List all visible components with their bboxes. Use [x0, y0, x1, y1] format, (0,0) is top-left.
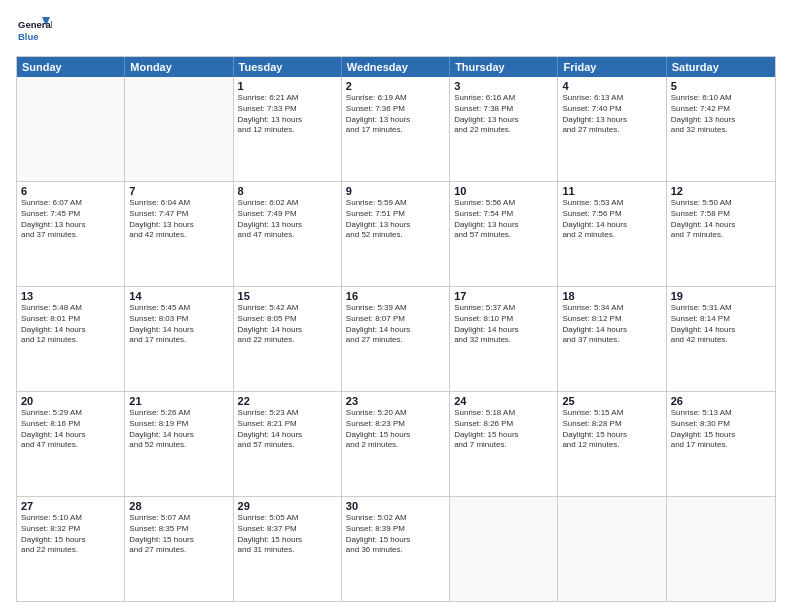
calendar-cell: [450, 497, 558, 601]
cell-info: Sunrise: 6:02 AM Sunset: 7:49 PM Dayligh…: [238, 198, 337, 241]
calendar-week-2: 13Sunrise: 5:48 AM Sunset: 8:01 PM Dayli…: [17, 287, 775, 392]
weekday-header-monday: Monday: [125, 57, 233, 77]
cell-info: Sunrise: 6:16 AM Sunset: 7:38 PM Dayligh…: [454, 93, 553, 136]
day-number: 5: [671, 80, 771, 92]
day-number: 26: [671, 395, 771, 407]
calendar-cell: 2Sunrise: 6:19 AM Sunset: 7:36 PM Daylig…: [342, 77, 450, 181]
calendar-cell: 29Sunrise: 5:05 AM Sunset: 8:37 PM Dayli…: [234, 497, 342, 601]
day-number: 11: [562, 185, 661, 197]
logo: General Blue: [16, 12, 52, 48]
calendar-cell: 18Sunrise: 5:34 AM Sunset: 8:12 PM Dayli…: [558, 287, 666, 391]
calendar-cell: 9Sunrise: 5:59 AM Sunset: 7:51 PM Daylig…: [342, 182, 450, 286]
calendar-cell: 12Sunrise: 5:50 AM Sunset: 7:58 PM Dayli…: [667, 182, 775, 286]
cell-info: Sunrise: 6:07 AM Sunset: 7:45 PM Dayligh…: [21, 198, 120, 241]
calendar-cell: 19Sunrise: 5:31 AM Sunset: 8:14 PM Dayli…: [667, 287, 775, 391]
day-number: 10: [454, 185, 553, 197]
day-number: 7: [129, 185, 228, 197]
calendar-cell: 6Sunrise: 6:07 AM Sunset: 7:45 PM Daylig…: [17, 182, 125, 286]
cell-info: Sunrise: 5:45 AM Sunset: 8:03 PM Dayligh…: [129, 303, 228, 346]
cell-info: Sunrise: 5:31 AM Sunset: 8:14 PM Dayligh…: [671, 303, 771, 346]
calendar-cell: 10Sunrise: 5:56 AM Sunset: 7:54 PM Dayli…: [450, 182, 558, 286]
calendar-cell: 13Sunrise: 5:48 AM Sunset: 8:01 PM Dayli…: [17, 287, 125, 391]
day-number: 9: [346, 185, 445, 197]
logo-svg: General Blue: [16, 12, 52, 48]
weekday-header-tuesday: Tuesday: [234, 57, 342, 77]
page: General Blue SundayMondayTuesdayWednesda…: [0, 0, 792, 612]
calendar-cell: 11Sunrise: 5:53 AM Sunset: 7:56 PM Dayli…: [558, 182, 666, 286]
calendar-cell: [667, 497, 775, 601]
day-number: 28: [129, 500, 228, 512]
calendar-week-3: 20Sunrise: 5:29 AM Sunset: 8:16 PM Dayli…: [17, 392, 775, 497]
calendar-week-4: 27Sunrise: 5:10 AM Sunset: 8:32 PM Dayli…: [17, 497, 775, 601]
calendar-cell: 30Sunrise: 5:02 AM Sunset: 8:39 PM Dayli…: [342, 497, 450, 601]
cell-info: Sunrise: 6:10 AM Sunset: 7:42 PM Dayligh…: [671, 93, 771, 136]
cell-info: Sunrise: 5:05 AM Sunset: 8:37 PM Dayligh…: [238, 513, 337, 556]
day-number: 14: [129, 290, 228, 302]
calendar-cell: 16Sunrise: 5:39 AM Sunset: 8:07 PM Dayli…: [342, 287, 450, 391]
calendar-body: 1Sunrise: 6:21 AM Sunset: 7:33 PM Daylig…: [17, 77, 775, 601]
day-number: 23: [346, 395, 445, 407]
header: General Blue: [16, 12, 776, 48]
cell-info: Sunrise: 5:10 AM Sunset: 8:32 PM Dayligh…: [21, 513, 120, 556]
day-number: 24: [454, 395, 553, 407]
cell-info: Sunrise: 6:21 AM Sunset: 7:33 PM Dayligh…: [238, 93, 337, 136]
svg-text:Blue: Blue: [18, 31, 39, 42]
cell-info: Sunrise: 5:20 AM Sunset: 8:23 PM Dayligh…: [346, 408, 445, 451]
calendar-cell: 15Sunrise: 5:42 AM Sunset: 8:05 PM Dayli…: [234, 287, 342, 391]
calendar-cell: 27Sunrise: 5:10 AM Sunset: 8:32 PM Dayli…: [17, 497, 125, 601]
day-number: 20: [21, 395, 120, 407]
day-number: 1: [238, 80, 337, 92]
cell-info: Sunrise: 5:23 AM Sunset: 8:21 PM Dayligh…: [238, 408, 337, 451]
day-number: 15: [238, 290, 337, 302]
calendar-cell: 8Sunrise: 6:02 AM Sunset: 7:49 PM Daylig…: [234, 182, 342, 286]
cell-info: Sunrise: 5:50 AM Sunset: 7:58 PM Dayligh…: [671, 198, 771, 241]
svg-text:General: General: [18, 19, 52, 30]
cell-info: Sunrise: 5:26 AM Sunset: 8:19 PM Dayligh…: [129, 408, 228, 451]
day-number: 12: [671, 185, 771, 197]
day-number: 22: [238, 395, 337, 407]
cell-info: Sunrise: 5:42 AM Sunset: 8:05 PM Dayligh…: [238, 303, 337, 346]
day-number: 3: [454, 80, 553, 92]
weekday-header-wednesday: Wednesday: [342, 57, 450, 77]
cell-info: Sunrise: 5:07 AM Sunset: 8:35 PM Dayligh…: [129, 513, 228, 556]
cell-info: Sunrise: 5:13 AM Sunset: 8:30 PM Dayligh…: [671, 408, 771, 451]
day-number: 18: [562, 290, 661, 302]
day-number: 25: [562, 395, 661, 407]
calendar-cell: 7Sunrise: 6:04 AM Sunset: 7:47 PM Daylig…: [125, 182, 233, 286]
day-number: 21: [129, 395, 228, 407]
calendar-header-row: SundayMondayTuesdayWednesdayThursdayFrid…: [17, 57, 775, 77]
calendar-cell: 5Sunrise: 6:10 AM Sunset: 7:42 PM Daylig…: [667, 77, 775, 181]
cell-info: Sunrise: 5:37 AM Sunset: 8:10 PM Dayligh…: [454, 303, 553, 346]
day-number: 19: [671, 290, 771, 302]
calendar-cell: 28Sunrise: 5:07 AM Sunset: 8:35 PM Dayli…: [125, 497, 233, 601]
day-number: 4: [562, 80, 661, 92]
cell-info: Sunrise: 6:19 AM Sunset: 7:36 PM Dayligh…: [346, 93, 445, 136]
cell-info: Sunrise: 5:48 AM Sunset: 8:01 PM Dayligh…: [21, 303, 120, 346]
calendar: SundayMondayTuesdayWednesdayThursdayFrid…: [16, 56, 776, 602]
cell-info: Sunrise: 5:02 AM Sunset: 8:39 PM Dayligh…: [346, 513, 445, 556]
day-number: 2: [346, 80, 445, 92]
day-number: 6: [21, 185, 120, 197]
cell-info: Sunrise: 5:29 AM Sunset: 8:16 PM Dayligh…: [21, 408, 120, 451]
cell-info: Sunrise: 6:04 AM Sunset: 7:47 PM Dayligh…: [129, 198, 228, 241]
cell-info: Sunrise: 5:39 AM Sunset: 8:07 PM Dayligh…: [346, 303, 445, 346]
calendar-cell: 24Sunrise: 5:18 AM Sunset: 8:26 PM Dayli…: [450, 392, 558, 496]
calendar-cell: 4Sunrise: 6:13 AM Sunset: 7:40 PM Daylig…: [558, 77, 666, 181]
calendar-cell: 26Sunrise: 5:13 AM Sunset: 8:30 PM Dayli…: [667, 392, 775, 496]
day-number: 16: [346, 290, 445, 302]
day-number: 29: [238, 500, 337, 512]
day-number: 17: [454, 290, 553, 302]
cell-info: Sunrise: 5:53 AM Sunset: 7:56 PM Dayligh…: [562, 198, 661, 241]
day-number: 8: [238, 185, 337, 197]
weekday-header-thursday: Thursday: [450, 57, 558, 77]
calendar-cell: 17Sunrise: 5:37 AM Sunset: 8:10 PM Dayli…: [450, 287, 558, 391]
calendar-cell: [125, 77, 233, 181]
day-number: 30: [346, 500, 445, 512]
cell-info: Sunrise: 5:18 AM Sunset: 8:26 PM Dayligh…: [454, 408, 553, 451]
cell-info: Sunrise: 5:59 AM Sunset: 7:51 PM Dayligh…: [346, 198, 445, 241]
calendar-week-1: 6Sunrise: 6:07 AM Sunset: 7:45 PM Daylig…: [17, 182, 775, 287]
cell-info: Sunrise: 5:56 AM Sunset: 7:54 PM Dayligh…: [454, 198, 553, 241]
day-number: 27: [21, 500, 120, 512]
weekday-header-friday: Friday: [558, 57, 666, 77]
cell-info: Sunrise: 6:13 AM Sunset: 7:40 PM Dayligh…: [562, 93, 661, 136]
